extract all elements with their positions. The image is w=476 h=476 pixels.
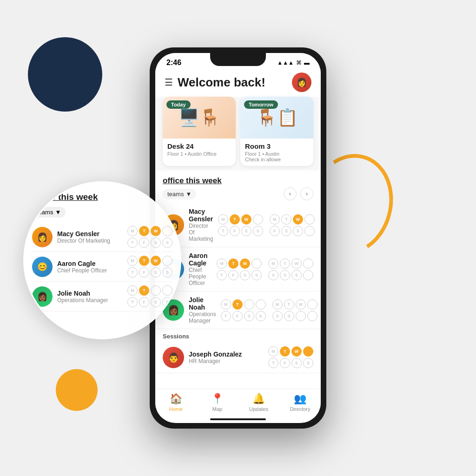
day-t: T: [232, 299, 243, 310]
office-title-prefix: office: [163, 176, 186, 185]
person-info-macy: Macy Gensler Director Of Marketing: [189, 208, 213, 242]
magnify-avatar-aaron: 😊: [32, 257, 53, 277]
day-grid-aaron: M T W T F S S: [217, 258, 262, 280]
nav-directory[interactable]: 👥 Directory: [279, 393, 321, 412]
day-grid-macy-2: M T W F S S: [270, 214, 315, 236]
today-badge: Today: [166, 100, 191, 109]
updates-icon: 🔔: [252, 393, 265, 405]
day-f: F: [228, 270, 238, 280]
mag-day-f: F: [139, 238, 149, 248]
today-booking-card[interactable]: Today 🖥️🪑 Desk 24 Floor 1 • Austin Offic…: [163, 97, 236, 166]
person-role-jolie: Operations Manager: [189, 311, 216, 324]
map-label: Map: [212, 406, 222, 412]
day-w: W: [241, 214, 251, 225]
page-title: Welcome back!: [178, 75, 265, 90]
person-row-macy[interactable]: 👩 Macy Gensler Director Of Marketing M T…: [155, 203, 321, 247]
office-nav: teams ▼ ‹ ›: [163, 187, 313, 200]
header-left: ☰ Welcome back!: [165, 75, 265, 90]
office-title-underline: this week: [186, 176, 222, 185]
day-th: T: [218, 226, 228, 236]
day2-extra1: [296, 311, 306, 321]
mag-day-e: [162, 226, 172, 236]
people-list: 👩 Macy Gensler Director Of Marketing M T…: [155, 203, 321, 389]
day-grid-jolie-2: M T W S S: [272, 299, 317, 321]
magnify-teams-dropdown[interactable]: teams ▼: [32, 207, 66, 218]
mag-day-w: W: [151, 226, 161, 236]
magnify-chevron-icon: ▼: [55, 209, 61, 216]
nav-updates[interactable]: 🔔 Updates: [238, 393, 279, 412]
teams-dropdown[interactable]: teams ▼: [163, 189, 196, 199]
day-f: F: [280, 358, 290, 368]
day2-extra: [303, 270, 313, 280]
magnify-teams-label: teams: [37, 209, 53, 216]
person-role-aaron: Chief People Officer: [189, 267, 212, 286]
bottom-nav: 🏠 Home 📍 Map 🔔 Updates 👥 Directory: [155, 389, 321, 418]
avatar-joseph: 👨: [163, 347, 184, 368]
day-s1: S: [291, 358, 302, 368]
room-illustration: 🪑📋: [256, 108, 298, 127]
orange-circle-decoration: [56, 369, 98, 411]
day-empty: [251, 258, 262, 269]
magnify-days-aaron: M T W T F S S: [127, 256, 172, 278]
day-w: W: [291, 346, 302, 357]
day2-f: F: [270, 226, 280, 236]
magnify-overlay: office this week teams ▼ 👩 Macy Gensler …: [23, 181, 181, 339]
magnify-avatar-jolie: 👩🏾: [32, 286, 53, 307]
magnify-role-macy: Director Of Marketing: [57, 238, 123, 244]
directory-icon: 👥: [294, 393, 306, 405]
day2-m: M: [270, 214, 280, 225]
day-s2: S: [256, 311, 266, 321]
desk-illustration: 🖥️🪑: [178, 108, 220, 127]
tomorrow-card-subtitle: Floor 1 • AustinCheck in allowe: [245, 151, 309, 162]
mag-day-f: F: [139, 297, 149, 307]
mag-day-m: M: [127, 285, 138, 296]
today-card-image: Today 🖥️🪑: [163, 97, 236, 139]
day2-s1: S: [280, 270, 290, 280]
mag-day-th: T: [127, 267, 138, 278]
battery-icon: ▬: [304, 60, 310, 66]
day-empty2: [256, 299, 266, 310]
magnify-person-jolie[interactable]: 👩🏾 Jolie Noah Operations Manager M T T F…: [32, 282, 172, 311]
magnify-title-underline: this week: [58, 192, 98, 202]
day-m: M: [218, 214, 228, 225]
mag-day-e1: [151, 285, 161, 296]
mag-day-e2: [162, 285, 172, 296]
magnify-title-prefix: office: [32, 192, 58, 202]
magnify-name-macy: Macy Gensler: [57, 230, 123, 238]
magnify-person-macy[interactable]: 👩 Macy Gensler Director Of Marketing M T…: [32, 222, 172, 252]
magnify-person-aaron[interactable]: 😊 Aaron Cagle Chief People Officer M T W…: [32, 252, 172, 282]
magnify-name-jolie: Jolie Noah: [57, 290, 123, 297]
home-label: Home: [169, 406, 183, 412]
day-f: F: [232, 311, 243, 321]
day-s1: S: [241, 226, 251, 236]
mag-day-s2: S: [162, 267, 172, 278]
person-role-macy: Director Of Marketing: [189, 223, 213, 242]
nav-map[interactable]: 📍 Map: [197, 393, 238, 412]
tomorrow-booking-card[interactable]: Tomorrow 🪑📋 Room 3 Floor 1 • AustinCheck…: [240, 97, 313, 166]
mag-day-th: T: [127, 238, 138, 248]
hamburger-icon[interactable]: ☰: [165, 77, 173, 88]
prev-week-button[interactable]: ‹: [284, 187, 297, 200]
person-name-joseph: Joseph Gonzalez: [189, 350, 264, 358]
mag-day-th: T: [127, 297, 138, 307]
day2-s2: S: [291, 270, 302, 280]
person-row-joseph[interactable]: 👨 Joseph Gonzalez HR Manager M T W T F S…: [155, 342, 321, 373]
avatar[interactable]: 👩: [292, 73, 311, 92]
today-card-info: Desk 24 Floor 1 • Austin Office: [163, 139, 236, 160]
tomorrow-card-title: Room 3: [245, 142, 309, 150]
magnify-content: office this week teams ▼ 👩 Macy Gensler …: [25, 183, 180, 338]
tomorrow-badge: Tomorrow: [244, 100, 278, 109]
magnify-info-macy: Macy Gensler Director Of Marketing: [57, 230, 123, 244]
day2-s2: S: [284, 311, 294, 321]
day2-s1: S: [281, 226, 291, 236]
day-m: M: [221, 299, 231, 310]
person-row-jolie[interactable]: 👩🏾 Jolie Noah Operations Manager M T T F…: [155, 291, 321, 329]
day2-empty: [303, 258, 313, 269]
mag-day-e: [162, 256, 172, 266]
nav-home[interactable]: 🏠 Home: [155, 393, 197, 412]
home-indicator: [210, 418, 266, 420]
next-week-button[interactable]: ›: [300, 187, 313, 200]
day2-empty: [304, 214, 315, 225]
day-th: T: [221, 311, 231, 321]
day-w: W: [240, 258, 250, 269]
